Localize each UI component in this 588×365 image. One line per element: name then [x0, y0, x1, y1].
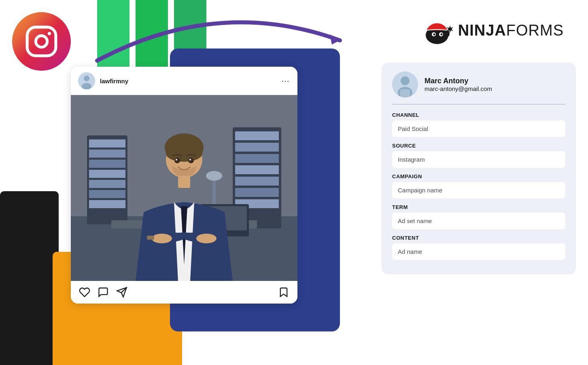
svg-point-40	[166, 146, 202, 162]
insta-header: lawfirmny ⋯	[71, 67, 297, 95]
svg-point-8	[440, 34, 442, 36]
field-value: Instagram	[392, 151, 565, 168]
svg-rect-21	[89, 170, 125, 178]
field-label: SOURCE	[392, 143, 565, 149]
svg-point-47	[176, 159, 177, 160]
field-section-content: CONTENTAd name	[392, 235, 565, 260]
field-section-source: SOURCEInstagram	[392, 143, 565, 168]
svg-point-2	[36, 36, 47, 47]
like-icon[interactable]	[79, 287, 90, 298]
user-avatar	[392, 72, 418, 97]
svg-point-7	[433, 34, 435, 36]
svg-rect-29	[235, 165, 279, 174]
instagram-logo	[12, 12, 71, 71]
svg-point-34	[206, 171, 222, 181]
insta-actions	[71, 281, 297, 304]
field-value: Ad name	[392, 243, 565, 260]
instagram-card: lawfirmny ⋯	[71, 67, 297, 304]
insta-avatar	[78, 72, 95, 89]
user-email: marc-antony@gmail.com	[425, 85, 492, 92]
ninjaforms-text: NINJAFORMS	[458, 22, 564, 39]
svg-rect-28	[235, 154, 279, 163]
field-label: CAMPAIGN	[392, 173, 565, 179]
svg-rect-31	[235, 188, 279, 197]
svg-point-3	[48, 32, 51, 36]
insta-more-button[interactable]: ⋯	[281, 76, 290, 86]
svg-rect-18	[89, 139, 125, 148]
svg-point-12	[84, 76, 89, 81]
share-icon[interactable]	[116, 287, 127, 298]
svg-rect-1	[27, 27, 56, 56]
ninjaforms-logo-area: NINJAFORMS	[421, 14, 564, 46]
bookmark-icon[interactable]	[278, 287, 289, 298]
field-section-channel: CHANNELPaid Social	[392, 112, 565, 137]
svg-rect-22	[89, 180, 125, 188]
svg-point-46	[188, 158, 194, 163]
svg-rect-19	[89, 150, 125, 158]
bg-black	[0, 191, 59, 365]
field-label: TERM	[392, 204, 565, 210]
svg-point-9	[446, 30, 450, 37]
svg-rect-20	[89, 160, 125, 168]
svg-point-42	[152, 234, 172, 243]
field-section-term: TERMAd set name	[392, 204, 565, 229]
field-label: CONTENT	[392, 235, 565, 241]
svg-rect-30	[235, 177, 279, 186]
svg-rect-26	[235, 131, 279, 140]
user-name: Marc Antony	[425, 77, 492, 85]
field-value: Campaign name	[392, 182, 565, 198]
arrow-decoration	[65, 8, 372, 73]
field-section-campaign: CAMPAIGNCampaign name	[392, 173, 565, 198]
svg-point-45	[174, 158, 180, 163]
fields-container: CHANNELPaid SocialSOURCEInstagramCAMPAIG…	[392, 112, 565, 260]
insta-user: lawfirmny	[78, 72, 128, 89]
field-value: Ad set name	[392, 213, 565, 229]
insta-username: lawfirmny	[100, 78, 128, 84]
field-value: Paid Social	[392, 120, 565, 137]
svg-point-52	[401, 76, 410, 85]
svg-point-43	[196, 234, 217, 243]
comment-icon[interactable]	[98, 287, 109, 298]
user-row: Marc Antony marc-antony@gmail.com	[392, 72, 565, 105]
svg-rect-24	[89, 200, 125, 208]
svg-rect-23	[89, 190, 125, 198]
insta-post-image	[71, 95, 297, 281]
svg-rect-44	[147, 236, 154, 240]
ninja-icon	[421, 14, 453, 46]
svg-point-48	[189, 159, 191, 160]
svg-rect-41	[178, 176, 190, 188]
svg-rect-54	[400, 89, 410, 97]
svg-rect-27	[235, 143, 279, 152]
user-info: Marc Antony marc-antony@gmail.com	[425, 77, 492, 92]
field-label: CHANNEL	[392, 112, 565, 118]
ninja-data-card: Marc Antony marc-antony@gmail.com CHANNE…	[382, 63, 576, 274]
